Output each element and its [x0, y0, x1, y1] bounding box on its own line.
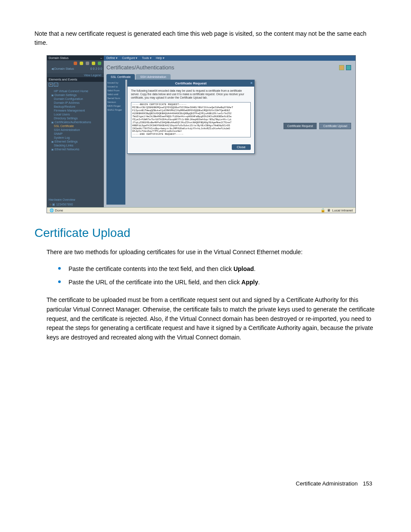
nav-item[interactable]: Certificates/Authentications — [50, 120, 104, 124]
menubar[interactable]: Define ▾Configure ▾Tools ▾Help ▾ — [104, 56, 355, 61]
statusbar-zone: Local intranet — [332, 208, 353, 212]
body-paragraph-2: The certificate to be uploaded must be f… — [47, 296, 377, 342]
nav-item[interactable]: Ethernet Settings — [50, 140, 104, 143]
minimize-icon[interactable]: – — [100, 56, 102, 59]
tab[interactable]: SSL Certificate — [106, 74, 135, 80]
nav-item[interactable]: System Log — [50, 136, 104, 140]
info-column: Issued byIssued toValid FromValid untilS… — [106, 80, 125, 205]
list-item: Paste the URL of the certificate into th… — [58, 277, 377, 288]
status-dots — [47, 60, 104, 66]
status-dot-ok[interactable] — [98, 62, 101, 65]
close-button[interactable]: Close — [232, 144, 251, 150]
modal-description: The following base64 encoded data may be… — [131, 89, 251, 100]
tab[interactable]: SSH Administration — [136, 74, 170, 80]
menu-item[interactable]: Tools ▾ — [142, 56, 151, 60]
nav-item[interactable]: HP Virtual Connect Home — [50, 89, 104, 93]
nav-item[interactable]: SSH Administration — [50, 128, 104, 132]
list-item: Paste the certificate contents into the … — [58, 264, 377, 274]
nav-item[interactable]: Stacking Links — [50, 143, 104, 147]
rack-item[interactable]: ▣ 1234567890 — [47, 202, 104, 207]
body-paragraph-1: There are two methods for uploading cert… — [47, 248, 377, 257]
domain-status-title: Domain Status — [49, 56, 68, 59]
csr-textarea[interactable] — [131, 102, 251, 137]
browser-statusbar: 🌐 Done 🔒 🖥 Local intranet — [47, 207, 355, 213]
page-footer: Certificate Administration 153 — [34, 480, 377, 487]
nav-item[interactable]: Directory Settings — [50, 116, 104, 120]
bullet-list: Paste the certificate contents into the … — [58, 264, 377, 288]
nav-item[interactable]: SSL Certificate — [50, 124, 104, 128]
nav-item[interactable]: Firmware Management — [50, 109, 104, 112]
nav-item[interactable]: Domain IP Address — [50, 101, 104, 105]
info-label: SHA1 Finger — [107, 109, 125, 111]
status-dot-warning[interactable] — [80, 62, 83, 65]
close-icon[interactable]: × — [250, 81, 252, 85]
lock-icon: 🔒 — [321, 208, 325, 212]
view-legend-link[interactable]: View Legend — [47, 73, 104, 77]
info-label: Serial Num — [107, 97, 125, 100]
print-icon[interactable] — [339, 65, 344, 70]
certificate-request-modal: Certificate Request × The following base… — [127, 80, 255, 154]
nav-item[interactable]: Backup/Restore — [50, 105, 104, 109]
page-title: Certificates/Authentications — [106, 64, 174, 71]
status-dot-critical[interactable] — [74, 62, 77, 65]
screenshot: Domain Status – ◀ Domain Status 0 0 2 0 … — [47, 55, 356, 213]
nav-tree: HP Virtual Connect HomeDomain SettingsDo… — [47, 87, 104, 153]
certificate-request-button[interactable]: Certificate Request — [283, 123, 317, 129]
nav-item[interactable]: Ethernet Networks — [50, 147, 104, 151]
intro-paragraph: Note that a new certificate request is g… — [34, 29, 377, 47]
info-label: Valid until — [107, 93, 125, 96]
footer-page-number: 153 — [363, 480, 372, 487]
nav-item[interactable]: Local Users — [50, 112, 104, 116]
menu-item[interactable]: Define ▾ — [106, 56, 118, 60]
tree-toggle-icons[interactable]: +– — [47, 82, 104, 87]
elements-events-header: Elements and Events — [47, 77, 104, 82]
help-icon[interactable] — [346, 65, 351, 70]
info-label: MD5 Finger — [107, 105, 125, 107]
footer-section: Certificate Administration — [296, 480, 358, 487]
nav-item[interactable]: SNMP — [50, 132, 104, 136]
domain-status-row: ◀ Domain Status 0 0 2 0 0 — [47, 66, 104, 73]
nav-item[interactable]: Domain Settings — [50, 93, 104, 97]
statusbar-left: Done — [55, 208, 63, 212]
sidebar-header: Domain Status – — [47, 56, 104, 60]
menu-item[interactable]: Help ▾ — [156, 56, 165, 60]
certificate-upload-button[interactable]: Certificate Upload — [319, 123, 351, 129]
hardware-overview-link[interactable]: Hardware Overview — [47, 197, 104, 202]
modal-title: Certificate Request — [175, 81, 207, 85]
info-label: Version — [107, 101, 125, 103]
status-dot-unknown[interactable] — [86, 62, 89, 65]
info-label: Issued to — [107, 85, 125, 88]
section-heading: Certificate Upload — [34, 226, 377, 240]
nav-item[interactable]: Domain Configuration — [50, 97, 104, 101]
main-area: Define ▾Configure ▾Tools ▾Help ▾ Certifi… — [104, 56, 355, 207]
info-label: Valid From — [107, 89, 125, 92]
info-label: Issued by — [107, 81, 125, 84]
status-dot-degraded[interactable] — [92, 62, 95, 65]
sidebar: Domain Status – ◀ Domain Status 0 0 2 0 … — [47, 56, 104, 207]
menu-item[interactable]: Configure ▾ — [122, 56, 137, 60]
tab-row: SSL CertificateSSH Administration — [104, 74, 355, 80]
